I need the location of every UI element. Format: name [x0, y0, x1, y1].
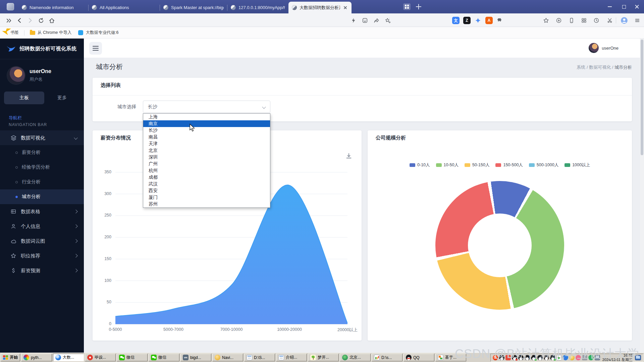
sidebar-subitem-行业分析[interactable]: 行业分析: [0, 175, 84, 189]
dropdown-option-武汉[interactable]: 武汉: [143, 181, 270, 187]
taskbar-app-北京...[interactable]: 北京...: [340, 354, 371, 361]
sidebar-subitem-经验学历分析[interactable]: 经验学历分析: [0, 160, 84, 175]
taskbar-app-bigd...[interactable]: vmbigd...: [180, 354, 211, 361]
taskbar-app-微信[interactable]: 微信: [117, 354, 148, 361]
legend-item-0-10人[interactable]: 0-10人: [410, 162, 430, 168]
browser-tab[interactable]: Namenode information: [18, 2, 88, 13]
legend-item-1000以上[interactable]: 1000以上: [565, 162, 590, 168]
taskbar-app-介绍...[interactable]: 介绍...: [276, 354, 307, 361]
phone-icon[interactable]: [568, 16, 576, 24]
back-icon[interactable]: [15, 16, 23, 24]
sidebar-item-数据可视化[interactable]: 数据可视化: [0, 130, 84, 145]
browser-tab[interactable]: 127.0.0.1:8000/myApp/home/: [227, 2, 288, 13]
taskbar-app-毕设...[interactable]: 毕设...: [85, 354, 116, 361]
browser-tab[interactable]: All Applications: [89, 2, 160, 13]
bookmark-item[interactable]: 书签: [0, 30, 22, 36]
browser-app-icon[interactable]: [7, 3, 14, 10]
breadcrumb-item[interactable]: 城市分析: [614, 65, 632, 70]
breadcrumb-item[interactable]: 数据可视化: [589, 65, 611, 70]
taskbar-app-Navi...[interactable]: Navi...: [212, 354, 243, 361]
taskbar-app-label: D:\S...: [254, 355, 265, 360]
taskbar-app-大数...[interactable]: 大数...: [53, 354, 84, 361]
sidebar-item-个人信息[interactable]: 个人信息: [0, 219, 84, 234]
bookmark-add-icon[interactable]: [384, 16, 392, 24]
taskbar-app-梦开...[interactable]: 梦开...: [308, 354, 339, 361]
sparkle-icon[interactable]: [474, 16, 482, 24]
nav-label-zh: 导航栏: [0, 109, 84, 122]
forward-icon[interactable]: [26, 16, 34, 24]
sidebar-item-职位推荐[interactable]: 职位推荐: [0, 248, 84, 263]
z-extension-icon[interactable]: Z: [463, 16, 471, 24]
start-button[interactable]: 开始: [1, 354, 20, 361]
legend-item-10-50人[interactable]: 10-50人: [436, 162, 459, 168]
favorites-icon[interactable]: [542, 16, 550, 24]
browser-tab-active[interactable]: 大数据招聘数据分析系统: [288, 2, 352, 13]
sidebar-item-label: 个人信息: [21, 223, 70, 230]
share-icon[interactable]: [372, 16, 380, 24]
bookmark-folder[interactable]: 从 Chrome 中导入: [26, 30, 75, 36]
taskbar-app-D:\S...[interactable]: D:\S...: [244, 354, 275, 361]
sidebar-item-数据表格[interactable]: 数据表格: [0, 204, 84, 219]
dropdown-option-深圳[interactable]: 深圳: [143, 154, 270, 161]
reload-icon[interactable]: [37, 16, 45, 24]
dropdown-option-上海[interactable]: 上海: [143, 114, 270, 120]
dropdown-option-杭州[interactable]: 杭州: [143, 167, 270, 174]
y-axis-tick-label: 200: [88, 235, 111, 239]
sidebar-item-薪资预测[interactable]: 薪资预测: [0, 263, 84, 278]
taskbar-app-QQ[interactable]: QQ: [404, 354, 434, 361]
header-user[interactable]: userOne: [589, 43, 619, 53]
profile-icon[interactable]: [620, 16, 628, 24]
hamburger-menu-icon[interactable]: [89, 42, 102, 55]
dropdown-option-长沙[interactable]: 长沙: [143, 127, 270, 134]
tab-close-icon[interactable]: [343, 5, 348, 10]
company-size-donut-chart[interactable]: [435, 181, 564, 310]
notepad-doc: [247, 355, 252, 360]
y-axis-tick-label: 300: [88, 191, 111, 196]
apps-grid-icon[interactable]: [580, 16, 588, 24]
legend-item-150-500人[interactable]: 150-500人: [495, 162, 523, 168]
sidebar-subitem-城市分析[interactable]: 城市分析: [0, 189, 84, 204]
wechat-green: [151, 355, 157, 360]
dropdown-option-南昌[interactable]: 南昌: [143, 134, 270, 140]
bookmark-item[interactable]: 大数据专业代做:6: [75, 30, 122, 36]
window-minimize-icon[interactable]: [602, 0, 617, 13]
home-icon[interactable]: [48, 16, 56, 24]
workspace-icon[interactable]: [403, 3, 411, 10]
dropdown-option-广州[interactable]: 广州: [143, 161, 270, 167]
dropdown-option-成都[interactable]: 成都: [143, 174, 270, 181]
sidebar-item-数据词云图[interactable]: 数据词云图: [0, 234, 84, 248]
taskbar-app-微信[interactable]: 微信: [149, 354, 179, 361]
dropdown-option-西安[interactable]: 西安: [143, 187, 270, 194]
capture-icon[interactable]: [606, 16, 614, 24]
window-close-icon[interactable]: [629, 0, 644, 13]
dropdown-option-北京[interactable]: 北京: [143, 147, 270, 154]
taskbar-app-pyth...[interactable]: pyth...: [21, 354, 52, 361]
city-select[interactable]: 长沙: [143, 101, 270, 113]
new-tab-icon[interactable]: [416, 4, 421, 9]
taskbar-app-D:\s...[interactable]: D:\s...: [372, 354, 402, 361]
downloads-icon[interactable]: [555, 16, 563, 24]
legend-item-500-1000人[interactable]: 500-1000人: [529, 162, 558, 168]
history-icon[interactable]: [592, 16, 600, 24]
reader-icon[interactable]: [361, 16, 369, 24]
divider: [24, 30, 24, 36]
adobe-icon[interactable]: A: [485, 16, 493, 24]
scrollbar-thumb[interactable]: [641, 40, 643, 155]
browser-tab[interactable]: Spark Master at spark://bigd: [160, 2, 227, 13]
lightning-icon[interactable]: [350, 16, 358, 24]
tab-main-board[interactable]: 主板: [4, 92, 44, 104]
menu-icon[interactable]: [633, 16, 641, 24]
breadcrumb-item[interactable]: 系统: [577, 65, 585, 70]
download-chart-icon[interactable]: [345, 153, 352, 159]
csdn-watermark: CSDN @B站计算机毕业设计大学: [455, 346, 639, 362]
legend-item-50-150人[interactable]: 50-150人: [465, 162, 489, 168]
puzzle-icon[interactable]: [496, 16, 504, 24]
overflow-chevrons-icon[interactable]: [5, 16, 13, 24]
dropdown-option-厦门[interactable]: 厦门: [143, 194, 270, 201]
translate-icon[interactable]: 文: [452, 16, 460, 24]
dropdown-option-南京[interactable]: 南京: [143, 120, 270, 127]
dropdown-option-苏州[interactable]: 苏州: [143, 201, 270, 207]
dropdown-option-天津[interactable]: 天津: [143, 140, 270, 147]
sidebar-subitem-薪资分析[interactable]: 薪资分析: [0, 145, 84, 160]
tab-more[interactable]: 更多: [44, 95, 80, 101]
